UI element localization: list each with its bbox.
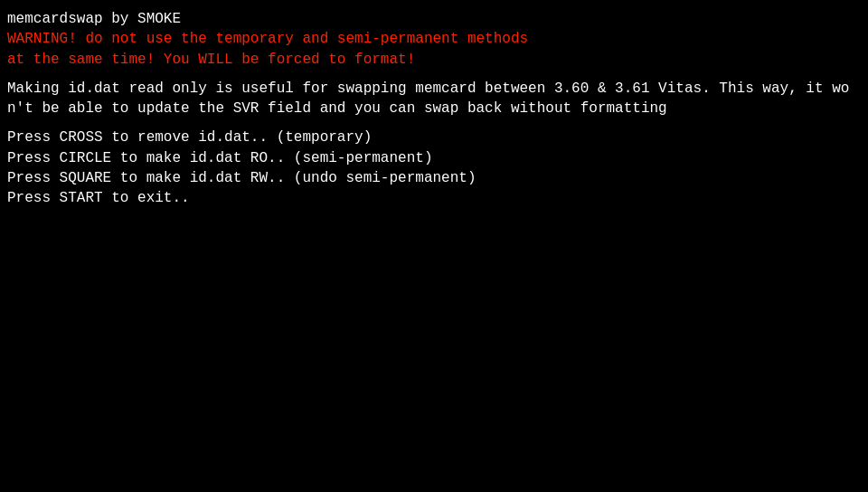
spacer-2 xyxy=(7,119,861,128)
spacer-1 xyxy=(7,70,861,79)
press-start-line: Press START to exit.. xyxy=(7,188,861,208)
warning-line-1: WARNING! do not use the temporary and se… xyxy=(7,29,861,49)
warning-line-2: at the same time! You WILL be forced to … xyxy=(7,50,861,70)
press-square-line: Press SQUARE to make id.dat RW.. (undo s… xyxy=(7,168,861,188)
info-block: Making id.dat read only is useful for sw… xyxy=(7,79,861,119)
press-circle-line: Press CIRCLE to make id.dat RO.. (semi-p… xyxy=(7,148,861,168)
press-cross-line: Press CROSS to remove id.dat.. (temporar… xyxy=(7,128,861,147)
terminal-screen: memcardswap by SMOKE WARNING! do not use… xyxy=(0,0,868,492)
title-line: memcardswap by SMOKE xyxy=(7,9,861,29)
